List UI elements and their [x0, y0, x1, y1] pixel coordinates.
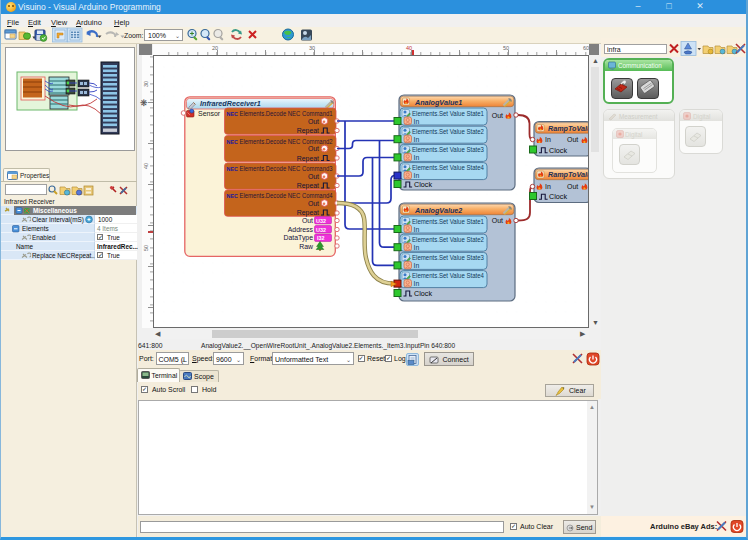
svg-text:In: In — [414, 154, 420, 161]
svg-text:NEC: NEC — [227, 139, 238, 145]
svg-text:Out: Out — [308, 118, 319, 125]
svg-text:Out: Out — [308, 173, 319, 180]
svg-text:Elements.Set Value State2: Elements.Set Value State2 — [412, 236, 484, 243]
svg-text:NEC: NEC — [227, 111, 238, 117]
svg-text:RampToValue: RampToValue — [548, 124, 589, 133]
svg-text:Out: Out — [492, 217, 503, 224]
svg-text:Out: Out — [567, 136, 578, 143]
svg-text:Elements.Set Value State2: Elements.Set Value State2 — [412, 128, 484, 135]
svg-text:Elements.Set Value State4: Elements.Set Value State4 — [412, 272, 484, 279]
svg-text:Out: Out — [492, 112, 503, 119]
svg-text:Repeat: Repeat — [297, 127, 319, 135]
svg-text:Clock: Clock — [414, 180, 432, 189]
svg-text:Elements.Set Value State3: Elements.Set Value State3 — [412, 146, 484, 153]
svg-text:Elements.Decode NEC Command1: Elements.Decode NEC Command1 — [240, 110, 333, 117]
svg-text:Raw: Raw — [299, 243, 313, 250]
svg-text:In: In — [545, 136, 551, 143]
svg-text:Elements.Decode NEC Command4: Elements.Decode NEC Command4 — [240, 192, 333, 199]
svg-text:In: In — [414, 262, 420, 269]
svg-text:Elements.Set Value State1: Elements.Set Value State1 — [412, 218, 484, 225]
svg-text:Elements.Decode NEC Command2: Elements.Decode NEC Command2 — [240, 138, 333, 145]
svg-text:Sensor: Sensor — [198, 110, 221, 117]
svg-text:AnalogValue1: AnalogValue1 — [414, 98, 462, 107]
svg-text:Elements.Set Value State4: Elements.Set Value State4 — [412, 164, 484, 171]
svg-text:Clock: Clock — [549, 146, 567, 155]
svg-text:In: In — [414, 244, 420, 251]
svg-text:In: In — [545, 183, 551, 190]
svg-text:Out: Out — [308, 200, 319, 207]
svg-text:AnalogValue2: AnalogValue2 — [414, 206, 462, 215]
svg-text:U32: U32 — [316, 218, 326, 224]
svg-text:Address: Address — [288, 226, 314, 233]
svg-text:RampToValue: RampToValue — [548, 170, 589, 179]
svg-text:In: In — [414, 172, 420, 179]
svg-text:NEC: NEC — [227, 166, 238, 172]
svg-text:In: In — [414, 280, 420, 287]
svg-text:Repeat: Repeat — [297, 182, 319, 190]
svg-text:NEC: NEC — [227, 193, 238, 199]
svg-text:Elements.Set Value State1: Elements.Set Value State1 — [412, 110, 484, 117]
svg-text:Out: Out — [308, 145, 319, 152]
svg-text:In: In — [414, 226, 420, 233]
svg-text:Out: Out — [302, 217, 313, 224]
svg-text:Elements.Set Value State3: Elements.Set Value State3 — [412, 254, 484, 261]
svg-text:Clock: Clock — [414, 289, 432, 298]
svg-text:In: In — [414, 136, 420, 143]
svg-text:Elements.Decode NEC Command3: Elements.Decode NEC Command3 — [240, 165, 333, 172]
svg-text:I32: I32 — [317, 235, 325, 241]
svg-text:DataType: DataType — [284, 234, 314, 242]
svg-text:Repeat: Repeat — [297, 155, 319, 163]
svg-text:Clock: Clock — [549, 192, 567, 201]
svg-text:Out: Out — [567, 183, 578, 190]
svg-text:In: In — [414, 118, 420, 125]
svg-text:U32: U32 — [316, 227, 326, 233]
svg-text:InfraredReceiver1: InfraredReceiver1 — [200, 99, 261, 108]
